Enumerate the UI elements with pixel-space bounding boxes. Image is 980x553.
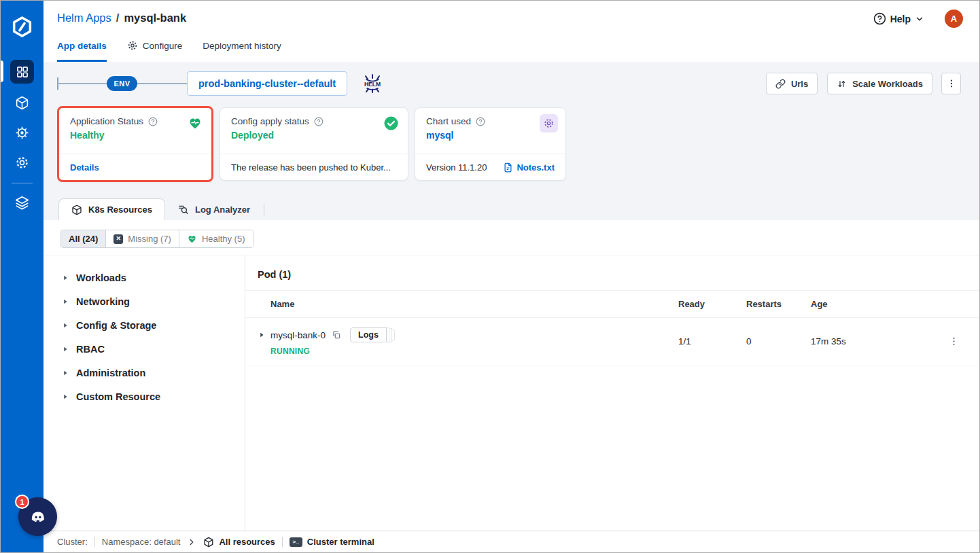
tab-k8s-resources-label: K8s Resources [88, 204, 152, 215]
collapsed-action-edge [392, 329, 395, 341]
help-menu-button[interactable]: Help [873, 12, 924, 25]
header-right: Help A [873, 10, 963, 28]
cluster-terminal-link[interactable]: >_ Cluster terminal [290, 537, 374, 547]
config-apply-status-title: Config apply status [231, 116, 309, 126]
scale-workloads-label: Scale Workloads [852, 79, 923, 89]
active-nav-notch [1, 60, 3, 82]
environment-selector[interactable]: prod-banking-cluster--default [187, 71, 347, 96]
grid-icon [16, 65, 29, 79]
tab-k8s-resources[interactable]: K8s Resources [58, 198, 165, 220]
config-apply-status-card: Config apply status [220, 107, 408, 181]
main-area: Helm Apps / mysql-bank App details Confi… [43, 1, 979, 552]
k8s-resources-content: All (24) ✕ Missing (7) Healthy [43, 220, 979, 531]
chart-used-card-top: Chart used [415, 108, 565, 154]
logs-button[interactable]: Logs [350, 327, 387, 342]
resource-tabbar: K8s Resources Log Analyzer [43, 198, 979, 220]
tab-configure-label: Configure [143, 41, 183, 51]
tab-log-analyzer-label: Log Analyzer [195, 204, 250, 215]
caret-right-icon [61, 274, 69, 282]
chart-helm-icon [540, 114, 558, 132]
chat-support-button[interactable]: 1 [18, 497, 57, 536]
caret-right-icon [61, 298, 69, 306]
sidebar-item-resource-browser[interactable] [10, 91, 34, 115]
sidebar-divider [12, 183, 33, 183]
row-kebab-menu-button[interactable] [948, 336, 960, 347]
cluster-label: Cluster: [57, 537, 88, 547]
healthy-heart-icon [188, 115, 203, 130]
tree-item-label: Networking [76, 296, 130, 307]
layers-icon [15, 196, 29, 210]
pod-table-panel: Pod (1) Name Ready Restarts Age [245, 255, 979, 531]
tree-item-administration[interactable]: Administration [43, 361, 245, 385]
tree-item-label: Custom Resource [76, 391, 160, 402]
breadcrumb-helm-apps-link[interactable]: Helm Apps [57, 12, 111, 24]
tree-item-custom-resource[interactable]: Custom Resource [43, 385, 245, 408]
tree-item-config-storage[interactable]: Config & Storage [43, 313, 245, 337]
urls-button[interactable]: Urls [766, 73, 818, 94]
statusbar-divider [94, 537, 95, 547]
resources-cube-icon [203, 537, 214, 548]
resources-split: Workloads Networking Config & Storage RB… [43, 255, 979, 531]
tab-deployment-history[interactable]: Deployment history [203, 38, 281, 62]
config-apply-status-help-icon[interactable] [314, 117, 323, 126]
all-resources-link[interactable]: All resources [203, 537, 275, 548]
tab-deployment-history-label: Deployment history [203, 41, 281, 51]
file-icon [503, 162, 513, 173]
configure-gear-icon [127, 40, 138, 51]
notification-badge: 1 [15, 495, 29, 509]
cluster-terminal-label: Cluster terminal [307, 537, 374, 547]
column-age: Age [811, 299, 940, 309]
filter-healthy[interactable]: Healthy (5) [179, 230, 253, 247]
sidebar-item-applications[interactable] [10, 60, 34, 84]
tab-app-details-label: App details [57, 41, 107, 51]
helm-wheel-icon [15, 126, 29, 140]
table-row: mysql-bank-0 Logs [245, 318, 979, 365]
tab-configure[interactable]: Configure [127, 38, 183, 62]
resource-filterbar: All (24) ✕ Missing (7) Healthy [43, 220, 979, 255]
healthy-heart-mini-icon [187, 234, 197, 244]
application-status-card-top: Application Status [59, 108, 211, 154]
tab-app-details[interactable]: App details [57, 38, 107, 62]
tree-item-label: Config & Storage [76, 320, 156, 331]
chart-used-title: Chart used [426, 116, 471, 126]
tab-separator [264, 204, 264, 215]
discord-icon [28, 507, 48, 527]
deployed-check-icon [383, 115, 399, 131]
help-circle-icon [873, 12, 886, 25]
chart-used-value: mysql [426, 130, 556, 141]
column-ready: Ready [678, 299, 746, 309]
status-filter-group: All (24) ✕ Missing (7) Healthy [60, 230, 253, 248]
sidebar-item-chart-store[interactable] [10, 121, 34, 145]
config-apply-status-card-top: Config apply status [220, 108, 408, 154]
notes-txt-link[interactable]: Notes.txt [517, 162, 555, 173]
more-actions-kebab-button[interactable] [941, 73, 961, 94]
chart-used-help-icon[interactable] [476, 117, 485, 126]
urls-button-label: Urls [791, 79, 808, 89]
sidebar-item-global-config[interactable] [10, 151, 34, 175]
application-status-help-icon[interactable] [148, 117, 158, 126]
caret-right-icon [61, 321, 69, 329]
tree-item-workloads[interactable]: Workloads [43, 266, 245, 289]
column-restarts: Restarts [746, 299, 811, 309]
tree-item-networking[interactable]: Networking [43, 289, 245, 313]
scale-workloads-button[interactable]: Scale Workloads [827, 73, 932, 94]
filter-missing[interactable]: ✕ Missing (7) [106, 230, 179, 247]
copy-icon[interactable] [332, 330, 341, 340]
tree-item-label: RBAC [76, 344, 105, 355]
filter-all[interactable]: All (24) [61, 230, 106, 247]
sidebar-item-stack-manager[interactable] [10, 191, 34, 215]
namespace-selector[interactable]: Namespace: default [102, 537, 181, 547]
tree-item-rbac[interactable]: RBAC [43, 337, 245, 361]
application-status-details-link[interactable]: Details [70, 162, 99, 173]
devtron-logo-icon[interactable] [11, 16, 33, 38]
app-overview-section: ENV prod-banking-cluster--default HELM [43, 62, 979, 198]
user-avatar[interactable]: A [945, 10, 963, 28]
pod-ready-value: 1/1 [678, 336, 746, 346]
chart-version-text: Version 11.1.20 [426, 162, 487, 173]
row-expand-caret-icon[interactable] [258, 331, 266, 339]
application-status-value: Healthy [70, 130, 202, 141]
pod-name: mysql-bank-0 [270, 330, 326, 340]
pod-status-badge: RUNNING [270, 346, 678, 356]
all-resources-label: All resources [219, 537, 275, 547]
tab-log-analyzer[interactable]: Log Analyzer [165, 198, 262, 220]
